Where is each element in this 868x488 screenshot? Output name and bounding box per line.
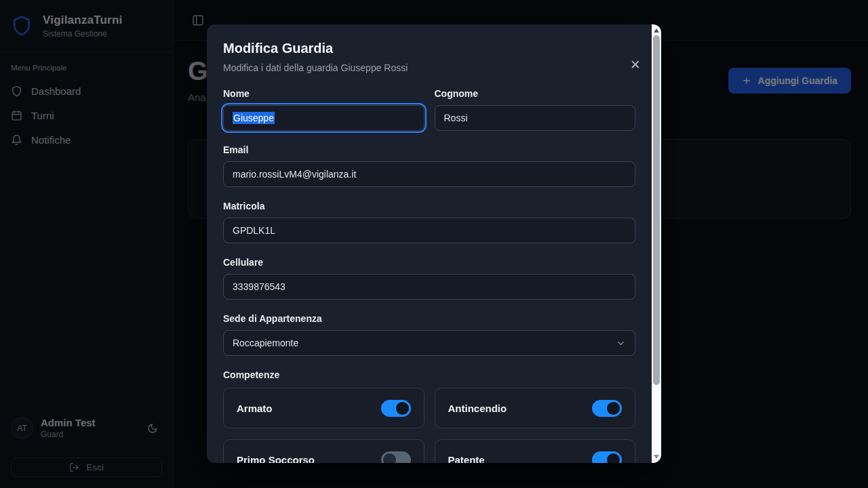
close-modal-button[interactable]: ✕ bbox=[629, 58, 642, 72]
sede-label: Sede di Appartenenza bbox=[223, 312, 635, 325]
sede-selected-value: Roccapiemonte bbox=[233, 338, 298, 348]
scrollbar-down-arrow-icon[interactable] bbox=[654, 455, 659, 459]
field-cellulare: Cellulare bbox=[223, 256, 635, 300]
nome-label: Nome bbox=[223, 87, 425, 100]
toggle-card-antincendio: Antincendio bbox=[435, 388, 636, 428]
competenze-grid: Armato Antincendio Primo Soccorso Patent… bbox=[223, 388, 635, 463]
modifica-guardia-modal: Modifica Guardia Modifica i dati della g… bbox=[207, 24, 661, 463]
antincendio-toggle[interactable] bbox=[592, 400, 622, 417]
modal-scrollbar[interactable] bbox=[652, 24, 661, 463]
cellulare-input[interactable] bbox=[223, 274, 635, 300]
modal-body: Modifica Guardia Modifica i dati della g… bbox=[207, 24, 652, 463]
email-input[interactable] bbox=[223, 161, 635, 187]
toggle-label: Armato bbox=[237, 403, 273, 414]
modal-title: Modifica Guardia bbox=[223, 39, 635, 57]
matricola-input[interactable] bbox=[223, 218, 635, 243]
field-nome: Nome Giuseppe bbox=[223, 87, 425, 131]
field-cognome: Cognome bbox=[435, 87, 636, 131]
field-email: Email bbox=[223, 143, 635, 187]
toggle-card-primo-soccorso: Primo Soccorso bbox=[223, 439, 425, 463]
nome-selected-text: Giuseppe bbox=[233, 112, 275, 124]
patente-toggle[interactable] bbox=[592, 451, 622, 464]
chevron-down-icon bbox=[616, 338, 626, 348]
field-matricola: Matricola bbox=[223, 199, 635, 243]
scrollbar-thumb[interactable] bbox=[653, 35, 660, 385]
toggle-card-armato: Armato bbox=[223, 388, 425, 428]
competenze-label: Competenze bbox=[223, 368, 635, 382]
cellulare-label: Cellulare bbox=[223, 256, 635, 269]
toggle-label: Primo Soccorso bbox=[237, 454, 315, 464]
cognome-label: Cognome bbox=[435, 87, 636, 100]
nome-input[interactable]: Giuseppe bbox=[223, 105, 425, 131]
sede-select[interactable]: Roccapiemonte bbox=[223, 330, 635, 356]
matricola-label: Matricola bbox=[223, 199, 635, 213]
scrollbar-up-arrow-icon[interactable] bbox=[654, 28, 659, 33]
close-icon: ✕ bbox=[630, 58, 641, 72]
toggle-label: Antincendio bbox=[448, 403, 507, 414]
email-label: Email bbox=[223, 143, 635, 157]
primo-soccorso-toggle[interactable] bbox=[381, 451, 411, 464]
modal-subtitle: Modifica i dati della guardia Giuseppe R… bbox=[223, 61, 635, 75]
toggle-label: Patente bbox=[448, 454, 485, 464]
toggle-card-patente: Patente bbox=[435, 439, 636, 463]
armato-toggle[interactable] bbox=[381, 400, 411, 417]
field-sede: Sede di Appartenenza Roccapiemonte bbox=[223, 312, 635, 356]
guard-form: Nome Giuseppe Cognome Email Matricola bbox=[223, 87, 635, 463]
cognome-input[interactable] bbox=[435, 105, 636, 131]
